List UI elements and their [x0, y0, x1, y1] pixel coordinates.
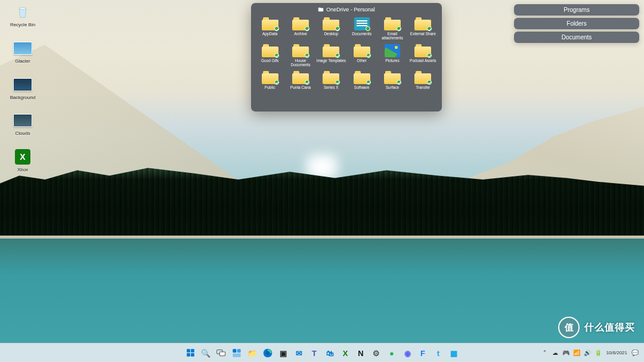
folder-icon — [323, 44, 339, 57]
taskbar-app-teams[interactable]: T — [308, 346, 321, 360]
spotify-icon: ● — [389, 348, 394, 358]
volume-icon[interactable]: 🔊 — [583, 349, 592, 357]
recycle-bin-icon — [13, 2, 32, 21]
date-text: 10/8/2021 — [606, 350, 627, 356]
onedrive-item-label: House Documents — [285, 58, 315, 67]
onedrive-item-surface[interactable]: Surface — [377, 70, 407, 95]
folder-icon — [354, 44, 370, 57]
desktop-icon-recycle-bin[interactable]: Recycle Bin — [5, 2, 41, 28]
facebook-icon: F — [420, 348, 425, 358]
onedrive-item-label: Series X — [324, 85, 339, 94]
onedrive-item-house-documents[interactable]: House Documents — [285, 43, 315, 69]
onedrive-item-label: Public — [265, 85, 275, 94]
taskbar-app-start[interactable] — [184, 346, 197, 360]
desktop-icon-clouds[interactable]: Clouds — [5, 111, 41, 137]
taskbar-app-app18[interactable]: ▦ — [447, 346, 460, 360]
folder-icon — [292, 17, 309, 30]
fence-button-folders[interactable]: Folders — [514, 18, 639, 29]
search-icon: 🔍 — [201, 348, 210, 358]
taskbar-app-spotify[interactable]: ● — [385, 346, 398, 360]
onedrive-item-label: Surface — [386, 85, 399, 94]
onedrive-icon[interactable]: ☁ — [551, 349, 559, 357]
taskbar-right: ˄☁🎮📶🔊🔋 10/8/2021 💬 — [540, 349, 639, 357]
wifi-icon[interactable]: 📶 — [572, 349, 581, 357]
onedrive-item-label: Desktop — [324, 32, 338, 40]
onedrive-item-email-attachments[interactable]: Email attachments — [377, 16, 407, 42]
image-thumbnail-icon — [13, 75, 32, 94]
desktop-icon-label: Glacier — [15, 59, 30, 64]
notion-icon: N — [358, 348, 363, 358]
onedrive-item-image-templates[interactable]: Image Templates — [316, 43, 346, 69]
taskbar-app-facebook[interactable]: F — [416, 346, 429, 360]
taskbar-app-search[interactable]: 🔍 — [199, 346, 212, 360]
onedrive-item-label: Transfer — [416, 85, 430, 94]
onedrive-item-public[interactable]: Public — [255, 70, 285, 95]
onedrive-item-pictures[interactable]: Pictures — [377, 43, 407, 69]
fence-buttons: ProgramsFoldersDocuments — [514, 4, 639, 43]
taskbar-app-file-explorer[interactable]: 📁 — [246, 346, 259, 360]
svg-rect-8 — [237, 349, 241, 352]
edge-icon — [263, 348, 273, 358]
onedrive-item-appdata[interactable]: AppData — [255, 16, 285, 42]
folder-icon — [292, 71, 309, 84]
desktop-icon-background[interactable]: Background — [5, 75, 41, 101]
onedrive-panel[interactable]: OneDrive - Personal AppDataArchiveDeskto… — [251, 3, 442, 112]
taskbar-app-notion[interactable]: N — [354, 346, 367, 360]
onedrive-item-punta-cana[interactable]: Punta Cana — [285, 70, 315, 95]
folder-icon — [384, 17, 401, 30]
folder-icon — [323, 71, 339, 84]
desktop-icons: Recycle BinGlacierBackgroundCloudsXXbox — [5, 2, 41, 173]
folder-icon — [318, 7, 324, 13]
onedrive-item-series-x[interactable]: Series X — [316, 70, 346, 95]
notifications-icon[interactable]: 💬 — [631, 349, 639, 357]
fence-button-programs[interactable]: Programs — [514, 4, 639, 16]
xbox-icon: X — [343, 348, 348, 358]
onedrive-item-good-gifs[interactable]: Good Gifs — [255, 43, 285, 69]
battery-icon[interactable]: 🔋 — [594, 349, 602, 357]
taskbar-app-discord[interactable]: ◉ — [401, 346, 414, 360]
store-icon: 🛍 — [326, 348, 334, 358]
fence-button-documents[interactable]: Documents — [514, 32, 639, 43]
svg-rect-1 — [187, 349, 190, 352]
app18-icon: ▦ — [450, 348, 457, 358]
controller-icon[interactable]: 🎮 — [562, 349, 570, 357]
task-view-icon — [216, 349, 226, 357]
chevron-up-icon[interactable]: ˄ — [540, 349, 549, 357]
onedrive-item-transfer[interactable]: Transfer — [408, 70, 438, 95]
pictures-folder-icon — [385, 44, 400, 57]
onedrive-item-label: Podcast Assets — [410, 58, 436, 67]
svg-rect-3 — [187, 353, 190, 357]
desktop-icon-glacier[interactable]: Glacier — [5, 39, 41, 64]
desktop-icon-xbox[interactable]: XXbox — [5, 147, 41, 173]
onedrive-item-label: External Share — [410, 32, 436, 40]
taskbar-app-twitter[interactable]: t — [432, 346, 445, 360]
taskbar: 🔍📁▣✉T🛍XN⚙●◉Ft▦ ˄☁🎮📶🔊🔋 10/8/2021 💬 — [0, 343, 644, 362]
onedrive-item-other[interactable]: Other — [346, 43, 377, 69]
onedrive-item-label: Good Gifs — [261, 58, 278, 67]
onedrive-item-archive[interactable]: Archive — [285, 16, 315, 42]
taskbar-center: 🔍📁▣✉T🛍XN⚙●◉Ft▦ — [184, 346, 460, 360]
svg-rect-4 — [191, 353, 194, 357]
mail-icon: ✉ — [296, 348, 302, 358]
onedrive-item-software[interactable]: Software — [346, 70, 377, 95]
onedrive-item-label: Image Templates — [317, 58, 346, 67]
svg-rect-9 — [233, 353, 240, 357]
taskbar-app-terminal[interactable]: ▣ — [277, 346, 290, 360]
taskbar-app-store[interactable]: 🛍 — [323, 346, 336, 360]
taskbar-app-xbox[interactable]: X — [339, 346, 352, 360]
onedrive-item-label: AppData — [262, 32, 277, 40]
onedrive-item-desktop[interactable]: Desktop — [316, 16, 346, 42]
taskbar-app-settings[interactable]: ⚙ — [370, 346, 383, 360]
taskbar-app-task-view[interactable] — [215, 346, 228, 360]
taskbar-app-mail[interactable]: ✉ — [292, 346, 305, 360]
discord-icon: ◉ — [404, 348, 411, 358]
folder-icon — [262, 17, 278, 30]
taskbar-clock[interactable]: 10/8/2021 — [606, 350, 627, 356]
onedrive-item-podcast-assets[interactable]: Podcast Assets — [408, 43, 438, 69]
onedrive-item-external-share[interactable]: External Share — [408, 16, 438, 42]
svg-point-11 — [266, 351, 270, 355]
terminal-icon: ▣ — [280, 348, 287, 358]
taskbar-app-edge[interactable] — [261, 346, 274, 360]
taskbar-app-widgets[interactable] — [230, 346, 243, 360]
onedrive-item-documents[interactable]: Documents — [346, 16, 377, 42]
